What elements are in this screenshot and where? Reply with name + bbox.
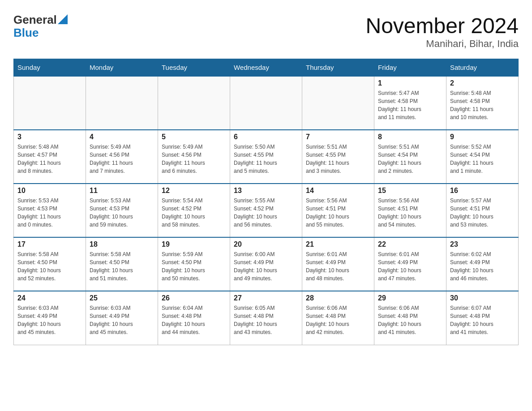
calendar-cell: 23Sunrise: 6:02 AM Sunset: 4:49 PM Dayli… [446,237,519,291]
calendar-cell: 21Sunrise: 6:01 AM Sunset: 4:49 PM Dayli… [302,237,374,291]
header-tuesday: Tuesday [158,59,230,77]
day-number: 15 [378,187,442,195]
day-info: Sunrise: 6:02 AM Sunset: 4:49 PM Dayligh… [450,250,515,283]
header-wednesday: Wednesday [230,59,302,77]
day-info: Sunrise: 5:58 AM Sunset: 4:50 PM Dayligh… [90,250,154,283]
calendar-cell: 8Sunrise: 5:51 AM Sunset: 4:54 PM Daylig… [374,130,446,184]
day-info: Sunrise: 6:05 AM Sunset: 4:48 PM Dayligh… [234,304,298,336]
week-row-3: 10Sunrise: 5:53 AM Sunset: 4:53 PM Dayli… [14,184,519,237]
day-number: 28 [306,294,370,302]
week-row-1: 1Sunrise: 5:47 AM Sunset: 4:58 PM Daylig… [14,76,519,130]
day-info: Sunrise: 5:51 AM Sunset: 4:54 PM Dayligh… [378,143,442,175]
title-area: November 2024 Manihari, Bihar, India [365,13,519,50]
header-friday: Friday [374,59,446,77]
day-info: Sunrise: 5:51 AM Sunset: 4:55 PM Dayligh… [306,143,370,175]
calendar-cell [158,76,230,130]
day-info: Sunrise: 5:56 AM Sunset: 4:51 PM Dayligh… [306,197,370,229]
day-number: 25 [90,294,154,302]
day-number: 14 [306,187,370,195]
calendar-cell: 27Sunrise: 6:05 AM Sunset: 4:48 PM Dayli… [230,291,302,345]
day-info: Sunrise: 5:59 AM Sunset: 4:50 PM Dayligh… [162,250,226,283]
day-number: 10 [17,187,82,195]
logo-triangle-icon [58,14,68,24]
day-info: Sunrise: 6:06 AM Sunset: 4:48 PM Dayligh… [378,304,442,336]
day-number: 12 [162,187,226,195]
calendar-cell: 3Sunrise: 5:48 AM Sunset: 4:57 PM Daylig… [14,130,86,184]
calendar-cell: 16Sunrise: 5:57 AM Sunset: 4:51 PM Dayli… [446,184,519,237]
day-info: Sunrise: 6:01 AM Sunset: 4:49 PM Dayligh… [378,250,442,283]
week-row-2: 3Sunrise: 5:48 AM Sunset: 4:57 PM Daylig… [14,130,519,184]
calendar-header-row: SundayMondayTuesdayWednesdayThursdayFrid… [14,59,519,77]
calendar-cell: 25Sunrise: 6:03 AM Sunset: 4:49 PM Dayli… [86,291,158,345]
day-number: 4 [90,133,154,141]
logo-blue-text: Blue [13,26,39,39]
calendar-cell: 30Sunrise: 6:07 AM Sunset: 4:48 PM Dayli… [446,291,519,345]
day-number: 19 [162,240,226,248]
day-number: 21 [306,240,370,248]
day-number: 16 [450,187,515,195]
day-info: Sunrise: 5:56 AM Sunset: 4:51 PM Dayligh… [378,197,442,229]
day-number: 7 [306,133,370,141]
day-info: Sunrise: 5:54 AM Sunset: 4:52 PM Dayligh… [162,197,226,229]
calendar-cell: 5Sunrise: 5:49 AM Sunset: 4:56 PM Daylig… [158,130,230,184]
day-info: Sunrise: 5:49 AM Sunset: 4:56 PM Dayligh… [90,143,154,175]
calendar-cell [86,76,158,130]
calendar-cell [14,76,86,130]
day-info: Sunrise: 5:52 AM Sunset: 4:54 PM Dayligh… [450,143,515,175]
calendar-cell: 11Sunrise: 5:53 AM Sunset: 4:53 PM Dayli… [86,184,158,237]
day-info: Sunrise: 5:48 AM Sunset: 4:58 PM Dayligh… [450,89,515,121]
calendar-cell: 19Sunrise: 5:59 AM Sunset: 4:50 PM Dayli… [158,237,230,291]
day-number: 22 [378,240,442,248]
calendar-cell [302,76,374,130]
day-info: Sunrise: 6:00 AM Sunset: 4:49 PM Dayligh… [234,250,298,283]
day-number: 1 [378,79,442,87]
calendar-cell: 15Sunrise: 5:56 AM Sunset: 4:51 PM Dayli… [374,184,446,237]
header: General Blue November 2024 Manihari, Bih… [13,13,519,50]
day-info: Sunrise: 5:53 AM Sunset: 4:53 PM Dayligh… [17,197,82,229]
calendar-cell: 1Sunrise: 5:47 AM Sunset: 4:58 PM Daylig… [374,76,446,130]
calendar-cell: 4Sunrise: 5:49 AM Sunset: 4:56 PM Daylig… [86,130,158,184]
svg-marker-0 [58,14,68,24]
day-info: Sunrise: 6:04 AM Sunset: 4:48 PM Dayligh… [162,304,226,336]
calendar-title: November 2024 [365,13,519,38]
day-info: Sunrise: 5:49 AM Sunset: 4:56 PM Dayligh… [162,143,226,175]
day-info: Sunrise: 5:58 AM Sunset: 4:50 PM Dayligh… [17,250,82,283]
day-number: 8 [378,133,442,141]
day-info: Sunrise: 5:53 AM Sunset: 4:53 PM Dayligh… [90,197,154,229]
calendar-table: SundayMondayTuesdayWednesdayThursdayFrid… [13,59,519,345]
day-number: 18 [90,240,154,248]
day-number: 29 [378,294,442,302]
day-number: 9 [450,133,515,141]
calendar-cell: 6Sunrise: 5:50 AM Sunset: 4:55 PM Daylig… [230,130,302,184]
day-info: Sunrise: 5:47 AM Sunset: 4:58 PM Dayligh… [378,89,442,121]
calendar-cell: 7Sunrise: 5:51 AM Sunset: 4:55 PM Daylig… [302,130,374,184]
day-number: 2 [450,79,515,87]
week-row-4: 17Sunrise: 5:58 AM Sunset: 4:50 PM Dayli… [14,237,519,291]
day-number: 17 [17,240,82,248]
day-info: Sunrise: 5:48 AM Sunset: 4:57 PM Dayligh… [17,143,82,175]
header-monday: Monday [86,59,158,77]
calendar-cell [230,76,302,130]
day-number: 6 [234,133,298,141]
calendar-cell: 20Sunrise: 6:00 AM Sunset: 4:49 PM Dayli… [230,237,302,291]
day-number: 13 [234,187,298,195]
calendar-subtitle: Manihari, Bihar, India [365,38,519,50]
calendar-cell: 10Sunrise: 5:53 AM Sunset: 4:53 PM Dayli… [14,184,86,237]
logo: General Blue [13,13,68,39]
calendar-cell: 29Sunrise: 6:06 AM Sunset: 4:48 PM Dayli… [374,291,446,345]
day-info: Sunrise: 6:01 AM Sunset: 4:49 PM Dayligh… [306,250,370,283]
day-number: 3 [17,133,82,141]
day-number: 26 [162,294,226,302]
calendar-cell: 9Sunrise: 5:52 AM Sunset: 4:54 PM Daylig… [446,130,519,184]
calendar-cell: 18Sunrise: 5:58 AM Sunset: 4:50 PM Dayli… [86,237,158,291]
header-saturday: Saturday [446,59,519,77]
day-info: Sunrise: 5:57 AM Sunset: 4:51 PM Dayligh… [450,197,515,229]
day-info: Sunrise: 6:03 AM Sunset: 4:49 PM Dayligh… [17,304,82,336]
header-thursday: Thursday [302,59,374,77]
calendar-cell: 22Sunrise: 6:01 AM Sunset: 4:49 PM Dayli… [374,237,446,291]
day-info: Sunrise: 5:55 AM Sunset: 4:52 PM Dayligh… [234,197,298,229]
day-number: 23 [450,240,515,248]
logo-general-text: General [13,13,57,26]
calendar-cell: 17Sunrise: 5:58 AM Sunset: 4:50 PM Dayli… [14,237,86,291]
day-number: 24 [17,294,82,302]
